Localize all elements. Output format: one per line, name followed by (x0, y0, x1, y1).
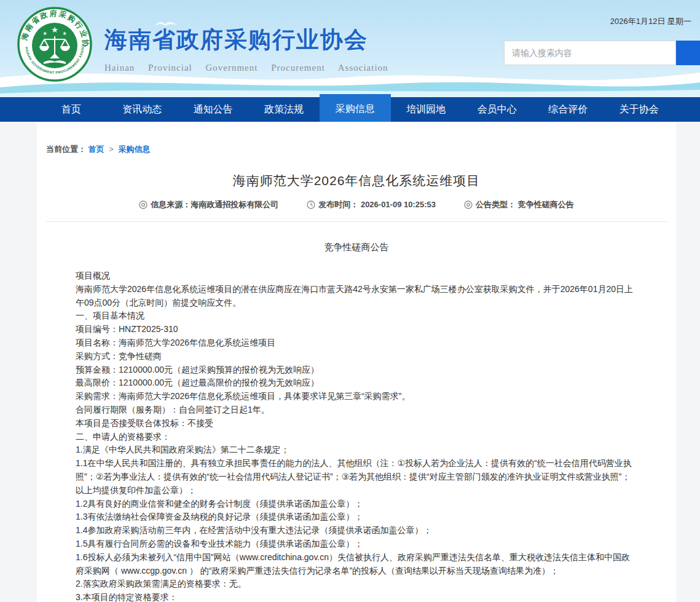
eye-icon (139, 200, 147, 209)
article-paragraph: 二、申请人的资格要求： (76, 430, 637, 444)
article-paragraph: 项目概况 (76, 269, 637, 283)
article-paragraph: 项目编号：HNZT2025-310 (76, 323, 637, 336)
article-paragraph: 1.5具有履行合同所必需的设备和专业技术能力（须提供承诺函加盖公章）； (76, 537, 637, 551)
article-paragraph: 预算金额：1210000.00元（超过采购预算的报价视为无效响应） (76, 363, 637, 377)
current-date: 2026年1月12日 星期一 (610, 16, 691, 27)
nav-item[interactable]: 关于协会 (604, 97, 675, 122)
article-paragraph: 2.落实政府采购政策需满足的资格要求：无。 (76, 577, 637, 591)
breadcrumb-label: 当前位置： (46, 145, 86, 154)
article-paragraph: 采购需求：海南师范大学2026年信息化系统运维项目，具体要求详见第三章“采购需求… (76, 390, 637, 403)
association-logo[interactable]: 海南省政府采购行业协会 HAINAN GOVERNMENT PROCUREMEN… (17, 7, 92, 82)
article-paragraph: 1.1在中华人民共和国注册的、具有独立承担民事责任的能力的法人、其他组织（注：①… (76, 457, 637, 497)
site-title-block: 海南省政府采购行业协会 Hainan Provincial Government… (104, 25, 388, 73)
breadcrumb-current-link[interactable]: 采购信息 (118, 145, 150, 154)
meta-type-text: 公告类型： 竞争性磋商公告 (476, 199, 574, 210)
article-paragraph: 最高限价：1210000.00元（超过最高限价的报价视为无效响应） (76, 376, 637, 390)
main-navigation: 首页 资讯动态 通知公告 政策法规 采购信息 培训园地 会员中心 综合评价 关于… (0, 97, 700, 122)
content-card: 当前位置： 首页 > 采购信息 海南师范大学2026年信息化系统运维项目 信息来… (37, 122, 676, 602)
search-button[interactable] (676, 41, 700, 65)
article-paragraph: 合同履行期限（服务期）：自合同签订之日起1年。 (76, 403, 637, 417)
svg-text:★: ★ (62, 31, 66, 36)
nav-item[interactable]: 综合评价 (533, 97, 604, 122)
nav-item[interactable]: 通知公告 (178, 97, 249, 122)
search-input[interactable] (505, 41, 675, 65)
breadcrumb: 当前位置： 首页 > 采购信息 (46, 122, 667, 155)
site-subtitle: Hainan Provincial Government Procurement… (104, 63, 388, 73)
clock-icon (307, 200, 315, 209)
meta-time: 发布时间： 2026-01-09 10:25:53 (307, 199, 436, 210)
search-box (504, 41, 676, 65)
meta-time-text: 发布时间： 2026-01-09 10:25:53 (318, 199, 436, 210)
article-paragraph: 采购方式：竞争性磋商 (76, 350, 637, 363)
nav-item[interactable]: 首页 (36, 97, 107, 122)
nav-item[interactable]: 资讯动态 (107, 97, 178, 122)
meta-divider (46, 221, 667, 222)
page-body: 当前位置： 首页 > 采购信息 海南师范大学2026年信息化系统运维项目 信息来… (0, 122, 700, 602)
article-body: 项目概况 海南师范大学2026年信息化系统运维项目的潜在供应商应在海口市蓝天路4… (76, 269, 637, 602)
article-paragraph: 1.6投标人必须为未被列入“信用中国”网站（www.creditchina.go… (76, 551, 637, 578)
breadcrumb-separator: > (106, 145, 116, 154)
breadcrumb-home-link[interactable]: 首页 (88, 145, 104, 154)
article-paragraph: 1.4参加政府采购活动前三年内，在经营活动中没有重大违法记录（须提供承诺函加盖公… (76, 524, 637, 537)
article-paragraph: 项目名称：海南师范大学2026年信息化系统运维项目 (76, 336, 637, 350)
article-paragraph: 1.2具有良好的商业信誉和健全的财务会计制度（须提供承诺函加盖公章）； (76, 497, 637, 511)
article-paragraph: 一、项目基本情况 (76, 309, 637, 323)
meta-type: 公告类型： 竞争性磋商公告 (464, 199, 574, 210)
nav-item[interactable]: 培训园地 (391, 97, 462, 122)
article-title: 海南师范大学2026年信息化系统运维项目 (46, 172, 667, 189)
site-header: 海南省政府采购行业协会 HAINAN GOVERNMENT PROCUREMEN… (0, 0, 700, 97)
notice-heading: 竞争性磋商公告 (46, 242, 667, 253)
meta-source: 信息来源：海南政通招投标有限公司 (139, 199, 278, 210)
article-paragraph: 海南师范大学2026年信息化系统运维项目的潜在供应商应在海口市蓝天路42号永安第… (76, 283, 637, 310)
svg-text:★: ★ (42, 31, 47, 36)
article-meta: 信息来源：海南政通招投标有限公司 发布时间： 2026-01-09 10:25:… (46, 199, 667, 210)
svg-text:★: ★ (51, 25, 58, 34)
article-paragraph: 1.3有依法缴纳社会保障资金及纳税的良好记录（须提供承诺函加盖公章）； (76, 510, 637, 524)
article-paragraph: 本项目是否接受联合体投标：不接受 (76, 417, 637, 430)
nav-item[interactable]: 会员中心 (462, 97, 533, 122)
nav-item[interactable]: 采购信息 (320, 94, 391, 122)
nav-item[interactable]: 政策法规 (249, 97, 320, 122)
logo-emblem-icon: 海南省政府采购行业协会 HAINAN GOVERNMENT PROCUREMEN… (17, 7, 92, 82)
eye-icon (464, 200, 473, 209)
article-paragraph: 3.本项目的特定资格要求： (76, 591, 637, 602)
meta-source-text: 信息来源：海南政通招投标有限公司 (151, 199, 278, 210)
article-paragraph: 1.满足《中华人民共和国政府采购法》第二十二条规定； (76, 443, 637, 457)
site-title: 海南省政府采购行业协会 (104, 25, 388, 55)
